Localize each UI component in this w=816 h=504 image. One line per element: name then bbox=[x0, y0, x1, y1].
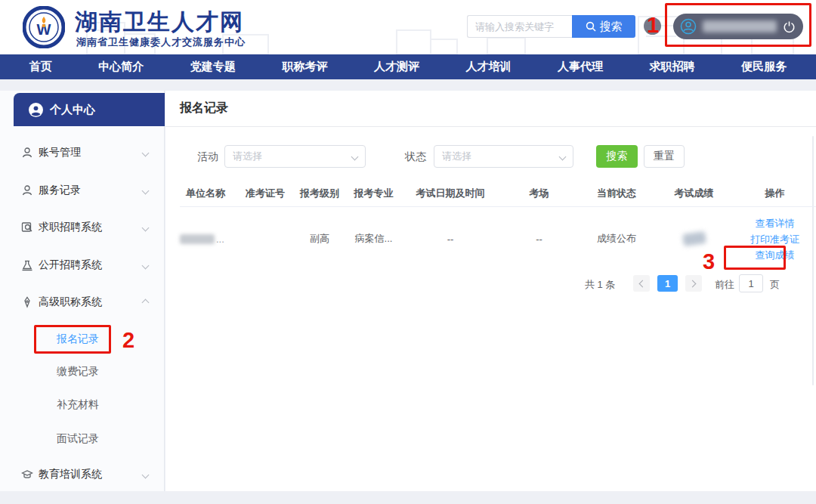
sidebar-header-personal-center: 个人中心 bbox=[14, 93, 165, 126]
nav-item-hr-agency[interactable]: 人事代理 bbox=[558, 60, 603, 74]
sidebar-item-public-recruitment-system[interactable]: 公开招聘系统 bbox=[0, 256, 165, 274]
pagination: 共 1 条 1 前往 页 bbox=[165, 274, 802, 292]
nav-item-title-evaluation[interactable]: 职称考评 bbox=[282, 60, 327, 74]
sidebar-item-label: 公开招聘系统 bbox=[39, 258, 102, 272]
query-score-link[interactable]: 查询成绩 bbox=[756, 250, 795, 260]
activity-select-placeholder: 请选择 bbox=[233, 150, 348, 163]
sidebar-item-job-recruitment-system[interactable]: 求职招聘系统 bbox=[0, 218, 165, 237]
sidebar-item-service-records[interactable]: 服务记录 bbox=[0, 181, 165, 199]
site-logo: W bbox=[23, 6, 65, 48]
nav-item-talent-assessment[interactable]: 人才测评 bbox=[374, 60, 419, 74]
pagination-prev-button[interactable] bbox=[633, 275, 650, 292]
page-title: 报名记录 bbox=[180, 100, 228, 116]
search-button-label: 搜索 bbox=[600, 20, 623, 34]
cell-unit-name-redacted: ... bbox=[180, 212, 237, 266]
column-header-exam-room: 考场 bbox=[499, 186, 579, 201]
nav-item-public-services[interactable]: 便民服务 bbox=[741, 60, 787, 74]
cell-level: 副高 bbox=[293, 212, 346, 266]
table-header-divider bbox=[180, 206, 816, 207]
nav-item-home[interactable]: 首页 bbox=[29, 60, 52, 74]
status-filter-label: 状态 bbox=[405, 150, 426, 164]
cell-actions: 查看详情 打印准考证 查询成绩 bbox=[734, 212, 816, 266]
sidebar-subitem-interview-records[interactable]: 面试记录 bbox=[0, 430, 165, 448]
chevron-down-icon bbox=[142, 471, 150, 478]
redacted-score bbox=[682, 231, 706, 246]
sidebar-item-education-training-system[interactable]: 教育培训系统 bbox=[0, 465, 165, 484]
user-icon bbox=[21, 147, 33, 159]
main-panel: 报名记录 活动 请选择 状态 请选择 搜索 重置 单位名称 准考证号 报考级别 … bbox=[165, 91, 816, 491]
pagination-goto-label: 前往 bbox=[715, 278, 734, 292]
sidebar-item-label: 账号管理 bbox=[39, 146, 81, 159]
table-header-row: 单位名称 准考证号 报考级别 报考专业 考试日期及时间 考场 当前状态 考试成绩… bbox=[180, 186, 816, 201]
bottom-strip bbox=[0, 491, 816, 504]
cell-exam-datetime: -- bbox=[401, 212, 499, 266]
nav-item-center-intro[interactable]: 中心简介 bbox=[98, 60, 144, 74]
chevron-down-icon bbox=[142, 261, 150, 269]
pagination-next-button[interactable] bbox=[685, 275, 702, 292]
search-input[interactable] bbox=[467, 15, 572, 38]
pagination-page-label: 页 bbox=[770, 278, 780, 292]
sidebar-subitem-registration-records[interactable]: 报名记录 bbox=[0, 330, 165, 348]
sidebar-header-label: 个人中心 bbox=[50, 103, 95, 117]
pen-icon bbox=[21, 296, 33, 308]
pagination-goto-input[interactable] bbox=[739, 274, 763, 292]
graduation-cap-icon bbox=[21, 468, 33, 481]
print-admission-ticket-link[interactable]: 打印准考证 bbox=[750, 234, 799, 244]
top-header: W 湖南卫生人才网 湖南省卫生健康委人才交流服务中心 搜索 bbox=[0, 0, 816, 54]
main-navigation: 首页 中心简介 党建专题 职称考评 人才测评 人才培训 人事代理 求职招聘 便民… bbox=[0, 54, 816, 79]
column-header-unit-name: 单位名称 bbox=[180, 186, 237, 201]
nav-item-party-building[interactable]: 党建专题 bbox=[190, 60, 236, 74]
cell-major: 病案信... bbox=[346, 212, 401, 266]
column-header-level: 报考级别 bbox=[293, 186, 346, 201]
activity-select[interactable]: 请选择 bbox=[224, 145, 366, 168]
site-subtitle: 湖南省卫生健康委人才交流服务中心 bbox=[76, 36, 246, 49]
cell-current-status: 成绩公布 bbox=[579, 212, 654, 266]
chevron-down-icon bbox=[559, 153, 567, 160]
pagination-total: 共 1 条 bbox=[585, 278, 615, 292]
content-area: 个人中心 账号管理 服务记录 bbox=[0, 91, 816, 491]
nav-item-job-recruitment[interactable]: 求职招聘 bbox=[650, 60, 695, 74]
sidebar-item-senior-title-system[interactable]: 高级职称系统 bbox=[0, 293, 165, 311]
filter-search-button[interactable]: 搜索 bbox=[596, 145, 638, 168]
column-header-major: 报考专业 bbox=[346, 186, 401, 201]
chevron-down-icon bbox=[351, 153, 359, 160]
sidebar-item-label: 服务记录 bbox=[39, 184, 81, 197]
username-redacted bbox=[703, 20, 777, 32]
unit-name-ellipsis: ... bbox=[216, 233, 224, 245]
job-search-icon bbox=[21, 221, 33, 233]
cell-admission-no bbox=[237, 212, 293, 266]
nav-item-talent-training[interactable]: 人才培训 bbox=[466, 60, 512, 74]
search-button[interactable]: 搜索 bbox=[572, 15, 635, 38]
sidebar-subitem-payment-records[interactable]: 缴费记录 bbox=[0, 363, 165, 381]
chevron-right-icon bbox=[689, 280, 697, 287]
column-header-exam-datetime: 考试日期及时间 bbox=[401, 186, 499, 201]
view-details-link[interactable]: 查看详情 bbox=[756, 218, 795, 228]
status-select-placeholder: 请选择 bbox=[442, 150, 555, 163]
user-account-pill[interactable] bbox=[673, 14, 803, 39]
pagination-page-1[interactable]: 1 bbox=[657, 275, 678, 292]
logout-power-icon[interactable] bbox=[783, 20, 796, 33]
status-select[interactable]: 请选择 bbox=[434, 145, 573, 168]
page: W 湖南卫生人才网 湖南省卫生健康委人才交流服务中心 搜索 bbox=[0, 0, 816, 504]
chevron-down-icon bbox=[142, 224, 150, 231]
activity-filter-label: 活动 bbox=[197, 150, 218, 164]
chevron-down-icon bbox=[142, 149, 150, 156]
sidebar-subitem-supplementary-materials[interactable]: 补充材料 bbox=[0, 396, 165, 414]
redacted-text bbox=[180, 234, 215, 244]
sidebar-item-account-management[interactable]: 账号管理 bbox=[0, 144, 165, 162]
column-header-current-status: 当前状态 bbox=[579, 186, 654, 201]
sidebar-item-label: 教育培训系统 bbox=[39, 468, 102, 481]
svg-text:W: W bbox=[37, 21, 51, 38]
column-header-actions: 操作 bbox=[734, 186, 816, 201]
column-header-admission-no: 准考证号 bbox=[237, 186, 293, 201]
sidebar: 个人中心 账号管理 服务记录 bbox=[0, 91, 165, 491]
filter-reset-button[interactable]: 重置 bbox=[644, 145, 685, 168]
chevron-up-icon bbox=[142, 298, 150, 306]
flask-icon bbox=[21, 259, 33, 271]
sidebar-item-label: 求职招聘系统 bbox=[39, 221, 102, 234]
table-row: ... 副高 病案信... -- -- 成绩公布 查看详情 打印准考证 查询成绩 bbox=[180, 212, 816, 266]
chevron-down-icon bbox=[142, 187, 150, 194]
header-search: 搜索 bbox=[467, 15, 635, 38]
title-divider bbox=[165, 126, 816, 127]
user-icon bbox=[21, 184, 33, 196]
